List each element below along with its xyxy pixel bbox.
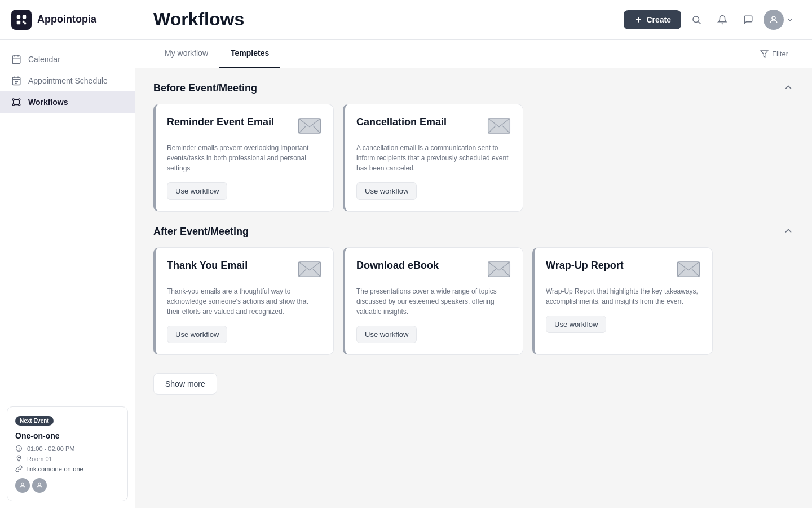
sidebar-item-appointment-label: Appointment Schedule: [28, 76, 108, 85]
filter-icon: [760, 50, 769, 58]
next-event-title: One-on-one: [15, 431, 120, 440]
svg-point-24: [18, 457, 19, 458]
svg-point-31: [772, 16, 775, 20]
sidebar-item-appointment-schedule[interactable]: Appointment Schedule: [0, 70, 135, 91]
card-title: Wrap-Up Report: [546, 259, 624, 272]
message-icon: [743, 15, 753, 25]
after-section: After Event/Meeting Thank You Email: [153, 225, 794, 355]
tab-my-workflow[interactable]: My workflow: [153, 40, 219, 68]
use-workflow-button-wrapup[interactable]: Use workflow: [546, 316, 606, 333]
workflows-icon: [11, 97, 21, 107]
sidebar-item-calendar-label: Calendar: [28, 55, 60, 64]
app-name: Appointopia: [37, 14, 96, 25]
plus-icon: [634, 15, 643, 24]
card-description: Reminder emails prevent overlooking impo…: [167, 143, 322, 173]
card-title: Thank You Email: [167, 259, 248, 272]
card-wrap-up-report: Wrap-Up Report Wrap-Up Report that highl…: [532, 247, 713, 355]
after-section-header: After Event/Meeting: [153, 225, 794, 238]
card-cancellation-email: Cancellation Email A cancellation email …: [343, 104, 523, 212]
card-description: Wrap-Up Report that highlights the key t…: [546, 286, 701, 306]
svg-point-25: [21, 483, 24, 485]
sidebar: Appointopia Calendar: [0, 0, 135, 508]
clock-icon: [15, 445, 23, 452]
user-avatar: [764, 10, 784, 30]
card-header: Wrap-Up Report: [546, 259, 701, 279]
user-menu[interactable]: [764, 10, 794, 30]
svg-rect-0: [17, 15, 20, 18]
next-event-avatars: [15, 478, 120, 493]
sidebar-item-workflows[interactable]: Workflows: [0, 91, 135, 113]
sidebar-navigation: Calendar Appointment Schedule: [0, 40, 135, 400]
envelope-icon: [676, 259, 701, 279]
page-title: Workflows: [153, 9, 244, 30]
header: Workflows Create: [135, 0, 812, 40]
card-header: Cancellation Email: [356, 116, 511, 136]
card-download-ebook: Download eBook The presentations cover a…: [343, 247, 523, 355]
appointment-icon: [11, 76, 21, 86]
after-section-collapse[interactable]: [783, 225, 794, 238]
envelope-icon: [487, 116, 511, 136]
after-cards-grid: Thank You Email Thank-you emails are a t…: [153, 247, 794, 355]
envelope-icon: [297, 116, 322, 136]
svg-point-26: [38, 483, 41, 485]
use-workflow-button-cancellation[interactable]: Use workflow: [356, 182, 417, 200]
card-description: The presentations cover a wide range of …: [356, 286, 511, 317]
use-workflow-button-ebook[interactable]: Use workflow: [356, 326, 417, 343]
before-section-header: Before Event/Meeting: [153, 82, 794, 95]
envelope-icon: [487, 259, 511, 279]
before-section-collapse[interactable]: [783, 82, 794, 95]
location-icon: [15, 455, 23, 462]
svg-rect-1: [23, 15, 26, 18]
show-more-button[interactable]: Show more: [153, 373, 217, 395]
content-area: My workflow Templetes Filter Before Even…: [135, 40, 812, 508]
svg-rect-4: [24, 22, 27, 24]
avatar-2: [32, 478, 47, 493]
tab-templates[interactable]: Templetes: [219, 40, 280, 68]
card-header: Reminder Event Email: [167, 116, 322, 136]
calendar-icon: [11, 54, 21, 64]
card-description: A cancellation email is a communication …: [356, 143, 511, 173]
next-event-badge: Next Event: [15, 416, 54, 426]
card-reminder-event-email: Reminder Event Email Reminder emails pre…: [153, 104, 334, 212]
use-workflow-button-thankyou[interactable]: Use workflow: [167, 326, 227, 343]
svg-rect-2: [17, 20, 20, 24]
svg-point-29: [693, 16, 699, 23]
after-section-title: After Event/Meeting: [153, 226, 249, 238]
next-event-widget: Next Event One-on-one 01:00 - 02:00 PM R…: [7, 406, 128, 501]
sidebar-item-calendar[interactable]: Calendar: [0, 49, 135, 70]
card-header: Download eBook: [356, 259, 511, 279]
tabs-bar: My workflow Templetes Filter: [135, 40, 812, 68]
next-event-location: Room 01: [15, 455, 120, 462]
tabs: My workflow Templetes: [153, 40, 280, 68]
card-title: Reminder Event Email: [167, 116, 274, 129]
envelope-icon: [297, 259, 322, 279]
svg-point-16: [19, 99, 20, 100]
svg-point-17: [12, 104, 14, 106]
svg-rect-5: [12, 56, 20, 64]
use-workflow-button-reminder[interactable]: Use workflow: [167, 182, 227, 200]
svg-marker-32: [761, 50, 768, 56]
chevron-up-icon: [783, 225, 794, 237]
card-header: Thank You Email: [167, 259, 322, 279]
bell-icon: [717, 15, 727, 25]
chevron-down-icon: [786, 16, 794, 24]
chevron-up-icon: [783, 82, 794, 93]
filter-button[interactable]: Filter: [754, 46, 794, 62]
avatar-1: [15, 478, 30, 493]
link-icon: [15, 465, 23, 472]
create-button[interactable]: Create: [624, 10, 681, 29]
header-actions: Create: [624, 9, 794, 30]
svg-point-15: [12, 99, 14, 100]
logo-icon: [11, 10, 32, 30]
sidebar-item-workflows-label: Workflows: [28, 98, 68, 107]
before-section-title: Before Event/Meeting: [153, 82, 257, 94]
card-title: Download eBook: [356, 259, 439, 272]
svg-line-30: [698, 21, 700, 24]
search-icon: [691, 15, 701, 25]
before-section: Before Event/Meeting Reminder Event Emai…: [153, 82, 794, 212]
next-event-time: 01:00 - 02:00 PM: [15, 445, 120, 452]
notifications-button[interactable]: [712, 9, 733, 30]
next-event-link[interactable]: link.com/one-on-one: [15, 465, 120, 472]
search-button[interactable]: [686, 9, 707, 30]
messages-button[interactable]: [738, 9, 759, 30]
